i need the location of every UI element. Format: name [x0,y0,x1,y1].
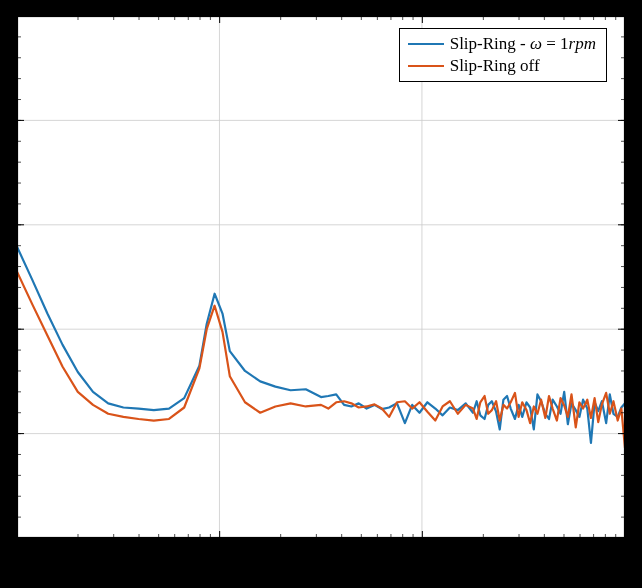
legend: Slip-Ring - ω = 1rpm Slip-Ring off [399,28,607,82]
chart-svg [17,16,625,538]
legend-label: Slip-Ring - ω = 1rpm [450,33,596,55]
legend-label: Slip-Ring off [450,55,540,77]
legend-swatch-icon [408,65,444,67]
plot-area: Slip-Ring - ω = 1rpm Slip-Ring off [17,16,625,538]
plot-background [17,16,625,538]
legend-swatch-icon [408,43,444,45]
legend-item: Slip-Ring - ω = 1rpm [408,33,596,55]
legend-item: Slip-Ring off [408,55,596,77]
